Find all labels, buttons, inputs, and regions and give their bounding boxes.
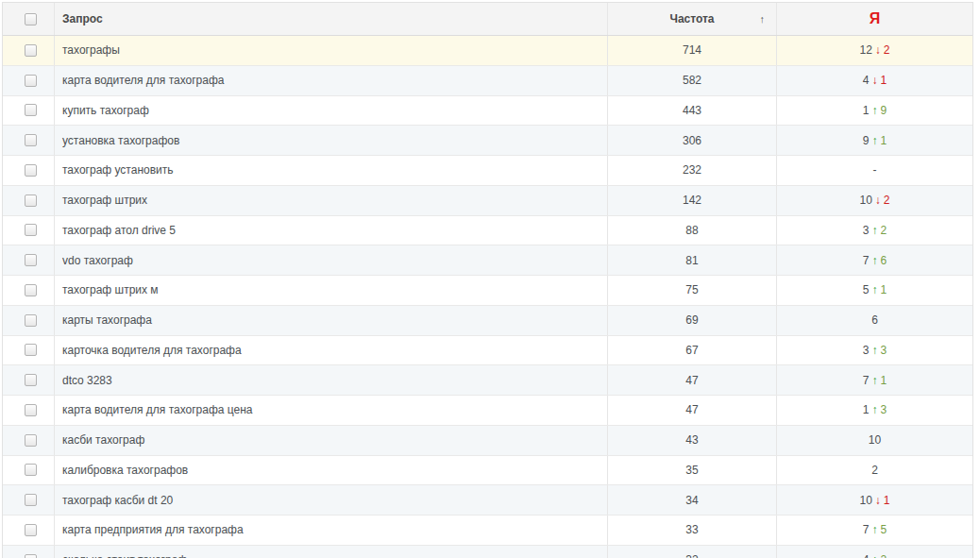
frequency-cell: 714 [608,36,777,65]
frequency-cell-text: 34 [685,494,698,507]
table-row[interactable]: dtco 3283 47 7 ↑ 1 [3,365,972,396]
row-checkbox[interactable] [25,554,37,558]
position-cell: 10 ↓ 2 [777,186,972,215]
table-row[interactable]: карточка водителя для тахографа 67 3 ↑ 3 [3,336,972,366]
row-checkbox[interactable] [25,374,37,386]
row-checkbox[interactable] [25,254,37,266]
position-change-arrow-icon: ↑ [872,344,878,357]
query-cell: тахограф атол drive 5 [55,216,608,245]
frequency-cell-text: 69 [685,313,698,327]
query-cell-text: касби тахограф [62,433,144,447]
position-change-arrow-icon: ↓ [872,74,878,87]
position-change-value: 1 [881,283,887,296]
frequency-cell-text: 75 [685,283,698,296]
table-row[interactable]: vdo тахограф 81 7 ↑ 6 [3,245,972,276]
table-row[interactable]: тахограф штрих м 75 5 ↑ 1 [3,276,972,306]
position-cell: 4 ↑ 2 [777,546,972,558]
row-checkbox[interactable] [25,434,37,447]
column-header-frequency[interactable]: Частота ↑ [608,3,777,35]
table-row[interactable]: сколько стоит тахограф 32 4 ↑ 2 [3,546,972,558]
header-checkbox-cell [3,3,55,35]
position-value: 3 [863,344,870,357]
frequency-cell: 35 [608,456,777,485]
position-cell: 1 ↑ 3 [777,396,972,425]
frequency-cell: 306 [608,126,777,155]
row-checkbox[interactable] [25,494,37,506]
query-cell-text: dtco 3283 [62,374,112,387]
row-checkbox[interactable] [25,284,37,296]
row-checkbox-cell [3,485,55,515]
row-checkbox[interactable] [25,104,37,116]
table-row[interactable]: тахографы 714 12 ↓ 2 [3,36,972,66]
row-checkbox-cell [3,66,55,95]
table-row[interactable]: тахограф атол drive 5 88 3 ↑ 2 [3,216,972,246]
frequency-cell: 69 [608,306,777,335]
row-checkbox[interactable] [25,464,37,476]
table-row[interactable]: карта водителя для тахографа 582 4 ↓ 1 [3,66,972,96]
table-row[interactable]: карты тахографа 69 6 [3,306,972,336]
position-value: 3 [863,224,870,237]
position-value: 10 [859,494,871,507]
frequency-cell: 43 [608,426,777,455]
position-change-arrow-icon: ↑ [872,374,878,387]
position-cell: 4 ↓ 1 [777,66,972,95]
row-checkbox[interactable] [25,344,37,356]
row-checkbox[interactable] [25,164,37,177]
position-change-value: 9 [881,104,887,117]
row-checkbox-cell [3,276,55,305]
position-cell: 7 ↑ 1 [777,365,972,395]
query-cell-text: карты тахографа [62,313,152,327]
select-all-checkbox[interactable] [25,13,37,25]
query-cell: тахограф установить [55,156,608,185]
frequency-cell: 88 [608,216,777,245]
frequency-cell: 75 [608,276,777,305]
row-checkbox[interactable] [25,224,37,236]
table-row[interactable]: калибровка тахографов 35 2 [3,456,972,486]
row-checkbox[interactable] [25,404,37,416]
row-checkbox-cell [3,126,55,155]
table-row[interactable]: карта водителя для тахографа цена 47 1 ↑… [3,396,972,426]
table-row[interactable]: касби тахограф 43 10 [3,426,972,456]
position-change-value: 3 [881,403,887,416]
frequency-cell-text: 81 [685,254,698,267]
row-checkbox[interactable] [25,134,37,146]
position-cell: 3 ↑ 2 [777,216,972,245]
position-change-arrow-icon: ↑ [872,523,878,536]
row-checkbox[interactable] [25,75,37,87]
row-checkbox[interactable] [25,194,37,207]
frequency-cell: 582 [608,66,777,95]
frequency-cell: 32 [608,546,777,558]
position-cell: 3 ↑ 3 [777,336,972,365]
position-cell: 6 [777,306,972,335]
position-value: 12 [859,43,871,57]
frequency-cell: 443 [608,96,777,126]
table-row[interactable]: карта предприятия для тахографа 33 7 ↑ 5 [3,516,972,546]
row-checkbox[interactable] [25,524,37,536]
frequency-cell: 47 [608,396,777,425]
column-header-yandex[interactable]: Я [777,3,972,35]
position-cell: 10 [777,426,972,455]
table-row[interactable]: тахограф установить 232 - [3,156,972,186]
position-change-arrow-icon: ↑ [872,254,878,267]
query-cell: карта водителя для тахографа [55,66,608,95]
frequency-cell-text: 32 [685,553,698,558]
table-row[interactable]: тахограф касби dt 20 34 10 ↓ 1 [3,485,972,516]
query-cell: карточка водителя для тахографа [55,336,608,365]
position-cell: 9 ↑ 1 [777,126,972,155]
frequency-cell-text: 88 [685,224,698,237]
row-checkbox[interactable] [25,44,37,57]
row-checkbox-cell [3,365,55,395]
row-checkbox-cell [3,516,55,545]
table-row[interactable]: купить тахограф 443 1 ↑ 9 [3,96,972,127]
table-row[interactable]: установка тахографов 306 9 ↑ 1 [3,126,972,156]
frequency-cell: 81 [608,245,777,275]
query-cell-text: тахограф штрих м [62,283,159,296]
table-row[interactable]: тахограф штрих 142 10 ↓ 2 [3,186,972,216]
row-checkbox-cell [3,546,55,558]
query-cell: калибровка тахографов [55,456,608,485]
position-cell: 5 ↑ 1 [777,276,972,305]
row-checkbox[interactable] [25,314,37,327]
frequency-cell: 232 [608,156,777,185]
position-value: 10 [859,194,871,207]
column-header-query[interactable]: Запрос [55,3,608,35]
